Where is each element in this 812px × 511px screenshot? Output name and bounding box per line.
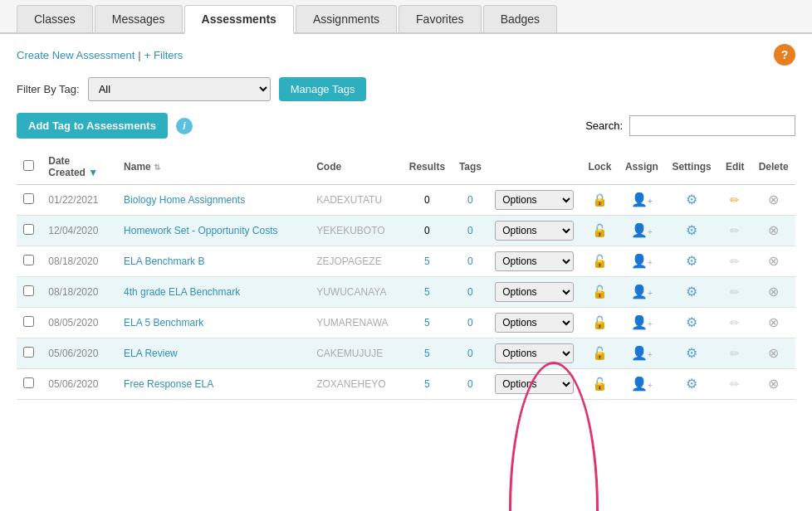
settings-icon-1[interactable]: ⚙ <box>686 223 697 237</box>
assign-icon-2[interactable]: 👤+ <box>631 254 653 268</box>
table-row: 08/18/2020 ELA Benchmark B ZEJOPAGEZE 5 … <box>17 246 795 276</box>
tab-classes[interactable]: Classes <box>17 5 93 32</box>
row-checkbox-2[interactable] <box>23 255 34 265</box>
row-options-select-3[interactable]: Options <box>495 282 574 302</box>
row-results-0: 0 <box>402 184 452 215</box>
row-options-select-0[interactable]: Options <box>495 190 574 210</box>
edit-icon-3[interactable]: ✏ <box>730 285 740 299</box>
settings-icon-5[interactable]: ⚙ <box>686 346 697 360</box>
row-code-1: YEKEKUBOTO <box>310 215 402 246</box>
row-checkbox-0[interactable] <box>23 193 34 204</box>
row-code-4: YUMARENAWA <box>310 307 402 338</box>
row-tags-4: 0 <box>452 307 489 338</box>
assign-icon-1[interactable]: 👤+ <box>631 223 653 237</box>
row-checkbox-4[interactable] <box>23 316 34 327</box>
row-options-select-4[interactable]: Options <box>495 313 574 333</box>
lock-icon-0[interactable]: 🔒 <box>592 192 608 207</box>
row-code-3: YUWUCANAYA <box>310 276 402 307</box>
search-input[interactable] <box>629 115 795 136</box>
edit-icon-2[interactable]: ✏ <box>730 255 740 268</box>
row-name-link-6[interactable]: Free Response ELA <box>124 378 213 390</box>
settings-icon-3[interactable]: ⚙ <box>686 285 697 299</box>
settings-icon-4[interactable]: ⚙ <box>686 315 697 329</box>
filters-link[interactable]: + Filters <box>144 49 183 61</box>
row-date-2: 08/18/2020 <box>42 246 117 276</box>
tab-assessments[interactable]: Assessments <box>184 5 294 34</box>
table-row: 12/04/2020 Homework Set - Opportunity Co… <box>17 215 795 246</box>
row-results-1: 0 <box>402 215 452 246</box>
settings-icon-0[interactable]: ⚙ <box>686 192 697 207</box>
delete-icon-1[interactable]: ⊗ <box>768 223 779 237</box>
edit-icon-0[interactable]: ✏ <box>730 193 740 207</box>
add-tag-row: Add Tag to Assessments i <box>17 113 193 139</box>
th-delete: Delete <box>751 150 795 184</box>
lock-icon-3[interactable]: 🔓 <box>592 285 608 299</box>
lock-icon-6[interactable]: 🔓 <box>592 377 608 391</box>
lock-icon-4[interactable]: 🔓 <box>592 315 608 329</box>
assign-icon-0[interactable]: 👤+ <box>631 192 653 207</box>
help-icon[interactable]: ? <box>774 44 795 66</box>
create-new-assessment-link[interactable]: Create New Assessment <box>17 49 135 61</box>
th-date-created[interactable]: Date Created ▼ <box>42 150 117 184</box>
add-tag-button[interactable]: Add Tag to Assessments <box>17 113 168 139</box>
lock-icon-5[interactable]: 🔓 <box>592 346 608 360</box>
tab-badges[interactable]: Badges <box>483 5 557 32</box>
row-tags-2: 0 <box>452 246 489 276</box>
edit-icon-4[interactable]: ✏ <box>730 316 740 329</box>
row-tags-6: 0 <box>452 368 489 399</box>
th-name[interactable]: Name ⇅ <box>117 150 310 184</box>
table-row: 05/06/2020 ELA Review CAKEMUJUJE 5 0 Opt… <box>17 338 795 368</box>
row-checkbox-1[interactable] <box>23 224 34 235</box>
row-name-link-5[interactable]: ELA Review <box>124 348 178 359</box>
assessments-table-wrapper: Date Created ▼ Name ⇅ Code Results Tags … <box>17 150 795 400</box>
delete-icon-6[interactable]: ⊗ <box>768 377 779 391</box>
row-name-link-2[interactable]: ELA Benchmark B <box>124 256 204 267</box>
th-edit: Edit <box>718 150 751 184</box>
manage-tags-button[interactable]: Manage Tags <box>279 77 367 101</box>
delete-icon-3[interactable]: ⊗ <box>768 285 779 299</box>
th-tags: Tags <box>452 150 489 184</box>
row-results-3: 5 <box>402 276 452 307</box>
lock-icon-2[interactable]: 🔓 <box>592 254 608 268</box>
row-code-6: ZOXANEHEYO <box>310 368 402 399</box>
edit-icon-5[interactable]: ✏ <box>730 347 740 360</box>
info-icon[interactable]: i <box>176 118 193 134</box>
select-all-checkbox[interactable] <box>23 160 34 171</box>
tab-messages[interactable]: Messages <box>95 5 183 32</box>
row-name-link-3[interactable]: 4th grade ELA Benchmark <box>124 286 240 298</box>
delete-icon-2[interactable]: ⊗ <box>768 254 779 268</box>
row-options-select-2[interactable]: Options <box>495 251 574 271</box>
assign-icon-6[interactable]: 👤+ <box>631 377 653 391</box>
row-checkbox-5[interactable] <box>23 347 34 358</box>
row-options-select-1[interactable]: Options <box>495 221 574 241</box>
delete-icon-4[interactable]: ⊗ <box>768 315 779 329</box>
search-label: Search: <box>585 119 623 132</box>
row-checkbox-3[interactable] <box>23 285 34 296</box>
delete-icon-0[interactable]: ⊗ <box>768 192 779 207</box>
row-name-link-0[interactable]: Biology Home Assignments <box>124 194 245 206</box>
row-code-0: KADEXUTATU <box>310 184 402 215</box>
row-tags-3: 0 <box>452 276 489 307</box>
lock-icon-1[interactable]: 🔓 <box>592 223 608 237</box>
row-options-select-6[interactable]: Options <box>495 374 574 394</box>
filter-tag-select[interactable]: All <box>88 77 271 101</box>
row-tags-1: 0 <box>452 215 489 246</box>
table-row: 05/06/2020 Free Response ELA ZOXANEHEYO … <box>17 368 795 399</box>
row-checkbox-6[interactable] <box>23 377 34 388</box>
edit-icon-1[interactable]: ✏ <box>730 224 740 237</box>
tab-favorites[interactable]: Favorites <box>399 5 482 32</box>
assign-icon-4[interactable]: 👤+ <box>631 315 653 329</box>
edit-icon-6[interactable]: ✏ <box>730 377 740 391</box>
settings-icon-6[interactable]: ⚙ <box>686 377 697 391</box>
row-name-link-4[interactable]: ELA 5 Benchmark <box>124 317 203 328</box>
row-options-select-5[interactable]: Options <box>495 343 574 363</box>
delete-icon-5[interactable]: ⊗ <box>768 346 779 360</box>
th-settings: Settings <box>665 150 718 184</box>
row-name-link-1[interactable]: Homework Set - Opportunity Costs <box>124 225 277 236</box>
th-results: Results <box>402 150 452 184</box>
assign-icon-3[interactable]: 👤+ <box>631 285 653 299</box>
filter-by-tag-label: Filter By Tag: <box>17 83 80 95</box>
tab-assignments[interactable]: Assignments <box>296 5 397 32</box>
settings-icon-2[interactable]: ⚙ <box>686 254 697 268</box>
assign-icon-5[interactable]: 👤+ <box>631 346 653 360</box>
